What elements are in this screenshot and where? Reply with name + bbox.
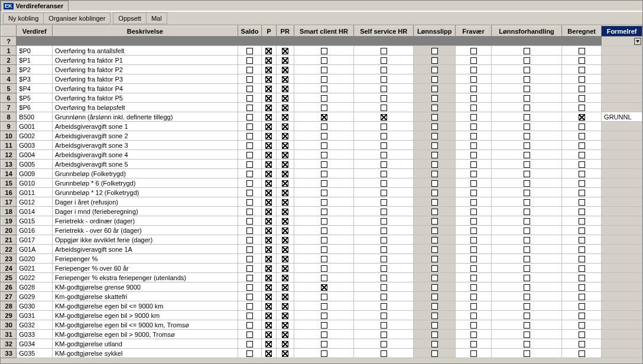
cell-smart[interactable] (294, 320, 353, 330)
cell-lonnsslipp[interactable] (414, 197, 456, 207)
checkbox-icon[interactable] (431, 303, 438, 310)
table-row[interactable]: 1$P0Overføring fra antallsfelt (1, 46, 642, 56)
cell-lonnsslipp[interactable] (414, 320, 456, 330)
cell-lonnsforhandling[interactable] (491, 141, 561, 150)
table-row[interactable]: 27G029Km-godtgjørelse skattefri (1, 292, 642, 301)
cell-saldo[interactable] (238, 207, 261, 216)
table-row[interactable]: 9G001Arbeidsgiveravgift sone 1 (1, 122, 642, 131)
checkbox-icon[interactable] (579, 284, 585, 291)
cell-saldo[interactable] (238, 292, 261, 301)
table-row[interactable]: 29G031KM-godtgjørelse egen bil > 9000 km (1, 311, 642, 320)
checkbox-icon[interactable] (431, 332, 438, 338)
checkbox-checked-icon[interactable] (265, 332, 272, 338)
cell-saldo[interactable] (238, 131, 261, 141)
cell-lonnsforhandling[interactable] (491, 254, 561, 264)
col-verdiref[interactable]: Verdiref (17, 26, 53, 37)
cell-beregnet[interactable] (562, 46, 602, 56)
cell-saldo[interactable] (238, 150, 261, 160)
checkbox-icon[interactable] (381, 294, 387, 300)
checkbox-checked-icon[interactable] (282, 152, 288, 158)
cell-p[interactable] (262, 264, 276, 273)
checkbox-icon[interactable] (470, 86, 477, 92)
cell-pr[interactable] (276, 216, 294, 226)
cell-lonnsslipp[interactable] (414, 84, 456, 93)
checkbox-icon[interactable] (470, 171, 477, 177)
checkbox-icon[interactable] (470, 265, 477, 272)
checkbox-icon[interactable] (246, 180, 253, 187)
cell-verdiref[interactable]: G01A (17, 245, 53, 254)
cell-beskrivelse[interactable]: Arbeidsgiveravgift sone 4 (53, 150, 238, 160)
checkbox-icon[interactable] (246, 313, 253, 319)
cell-verdiref[interactable]: G021 (17, 264, 53, 273)
checkbox-icon[interactable] (470, 350, 477, 357)
cell-p[interactable] (262, 330, 276, 339)
cell-lonnsforhandling[interactable] (491, 311, 561, 320)
cell-smart[interactable] (294, 216, 353, 226)
cell-beregnet[interactable] (562, 84, 602, 93)
cell-lonnsforhandling[interactable] (491, 56, 561, 65)
cell-fravaer[interactable] (456, 169, 492, 178)
checkbox-icon[interactable] (524, 256, 530, 262)
cell-lonnsslipp[interactable] (414, 74, 456, 84)
checkbox-icon[interactable] (321, 256, 327, 262)
cell-verdiref[interactable]: G004 (17, 150, 53, 160)
checkbox-checked-icon[interactable] (265, 209, 272, 215)
checkbox-icon[interactable] (381, 180, 387, 187)
cell-fravaer[interactable] (456, 93, 492, 103)
ny-kobling-button[interactable]: Ny kobling (4, 13, 44, 24)
cell-fravaer[interactable] (456, 301, 492, 311)
cell-smart[interactable] (294, 273, 353, 282)
cell-saldo[interactable] (238, 46, 261, 56)
checkbox-icon[interactable] (579, 161, 585, 168)
cell-smart[interactable] (294, 46, 353, 56)
cell-saldo[interactable] (238, 178, 261, 188)
checkbox-icon[interactable] (579, 209, 585, 215)
cell-beskrivelse[interactable]: KM-godtgjørelse egen bil <= 9000 km, Tro… (53, 320, 238, 330)
checkbox-checked-icon[interactable] (282, 76, 288, 83)
cell-p[interactable] (262, 103, 276, 112)
cell-lonnsslipp[interactable] (414, 93, 456, 103)
cell-verdiref[interactable]: G033 (17, 330, 53, 339)
cell-lonnsslipp[interactable] (414, 216, 456, 226)
checkbox-icon[interactable] (470, 142, 477, 149)
cell-fravaer[interactable] (456, 188, 492, 197)
cell-formelref[interactable] (602, 216, 642, 226)
cell-formelref[interactable] (602, 65, 642, 74)
checkbox-icon[interactable] (246, 350, 253, 357)
checkbox-checked-icon[interactable] (265, 76, 272, 83)
checkbox-icon[interactable] (524, 105, 530, 111)
cell-lonnsforhandling[interactable] (491, 320, 561, 330)
row-number[interactable]: 21 (1, 235, 17, 245)
cell-lonnsforhandling[interactable] (491, 264, 561, 273)
checkbox-icon[interactable] (579, 48, 585, 54)
cell-lonnsforhandling[interactable] (491, 46, 561, 56)
cell-verdiref[interactable]: G029 (17, 292, 53, 301)
cell-beregnet[interactable] (562, 245, 602, 254)
cell-lonnsforhandling[interactable] (491, 301, 561, 311)
cell-pr[interactable] (276, 273, 294, 282)
cell-beregnet[interactable] (562, 349, 602, 358)
cell-lonnsslipp[interactable] (414, 273, 456, 282)
cell-self[interactable] (354, 160, 414, 169)
checkbox-icon[interactable] (246, 95, 253, 102)
cell-p[interactable] (262, 169, 276, 178)
checkbox-icon[interactable] (470, 152, 477, 158)
cell-verdiref[interactable]: G010 (17, 178, 53, 188)
cell-p[interactable] (262, 112, 276, 122)
checkbox-icon[interactable] (246, 294, 253, 300)
filter-marker[interactable]: ? (1, 37, 17, 46)
cell-smart[interactable] (294, 56, 353, 65)
cell-beskrivelse[interactable]: Dager i mnd (ferieberegning) (53, 207, 238, 216)
col-lonnsforhandling[interactable]: Lønnsforhandling (491, 26, 561, 37)
row-number[interactable]: 31 (1, 330, 17, 339)
cell-lonnsforhandling[interactable] (491, 160, 561, 169)
row-number[interactable]: 23 (1, 254, 17, 264)
cell-formelref[interactable] (602, 103, 642, 112)
cell-fravaer[interactable] (456, 65, 492, 74)
cell-lonnsforhandling[interactable] (491, 103, 561, 112)
cell-smart[interactable] (294, 131, 353, 141)
checkbox-checked-icon[interactable] (265, 171, 272, 177)
row-number[interactable]: 7 (1, 103, 17, 112)
checkbox-checked-icon[interactable] (265, 246, 272, 253)
checkbox-checked-icon[interactable] (282, 350, 288, 357)
